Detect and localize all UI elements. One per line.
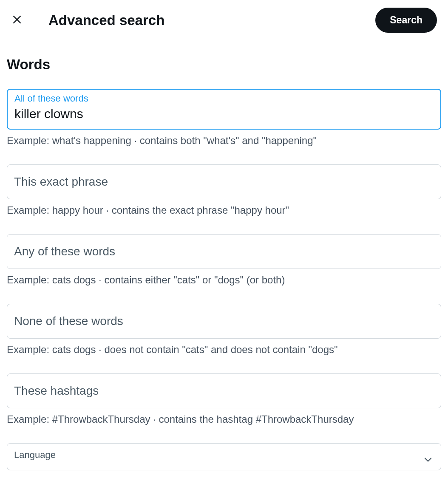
any-words-help: Example: cats dogs · contains either "ca…	[7, 274, 441, 286]
section-words-title: Words	[0, 40, 448, 79]
hashtags-box[interactable]: These hashtags	[7, 373, 441, 408]
field-any-words: Any of these words Example: cats dogs · …	[7, 234, 441, 286]
page-title: Advanced search	[48, 12, 375, 28]
language-select[interactable]: Language	[7, 443, 441, 470]
all-words-label: All of these words	[14, 93, 434, 104]
search-button[interactable]: Search	[375, 8, 437, 33]
close-button[interactable]	[9, 12, 26, 29]
none-words-box[interactable]: None of these words	[7, 304, 441, 339]
field-none-words: None of these words Example: cats dogs ·…	[7, 304, 441, 356]
hashtags-help: Example: #ThrowbackThursday · contains t…	[7, 413, 441, 425]
exact-phrase-box[interactable]: This exact phrase	[7, 164, 441, 199]
any-words-box[interactable]: Any of these words	[7, 234, 441, 269]
none-words-help: Example: cats dogs · does not contain "c…	[7, 344, 441, 356]
language-label: Language	[14, 450, 56, 461]
field-all-words: All of these words Example: what's happe…	[7, 89, 441, 147]
field-exact-phrase: This exact phrase Example: happy hour · …	[7, 164, 441, 216]
exact-phrase-help: Example: happy hour · contains the exact…	[7, 204, 441, 216]
field-hashtags: These hashtags Example: #ThrowbackThursd…	[7, 373, 441, 425]
hashtags-label: These hashtags	[14, 384, 99, 397]
all-words-input[interactable]	[14, 107, 434, 121]
words-fields: All of these words Example: what's happe…	[0, 89, 448, 470]
exact-phrase-label: This exact phrase	[14, 175, 108, 188]
close-icon	[12, 14, 22, 26]
none-words-label: None of these words	[14, 314, 123, 328]
header: Advanced search Search	[0, 0, 448, 40]
all-words-help: Example: what's happening · contains bot…	[7, 135, 441, 147]
all-words-box[interactable]: All of these words	[7, 89, 441, 130]
any-words-label: Any of these words	[14, 245, 115, 258]
field-language: Language	[7, 443, 441, 470]
chevron-down-icon	[422, 450, 434, 467]
